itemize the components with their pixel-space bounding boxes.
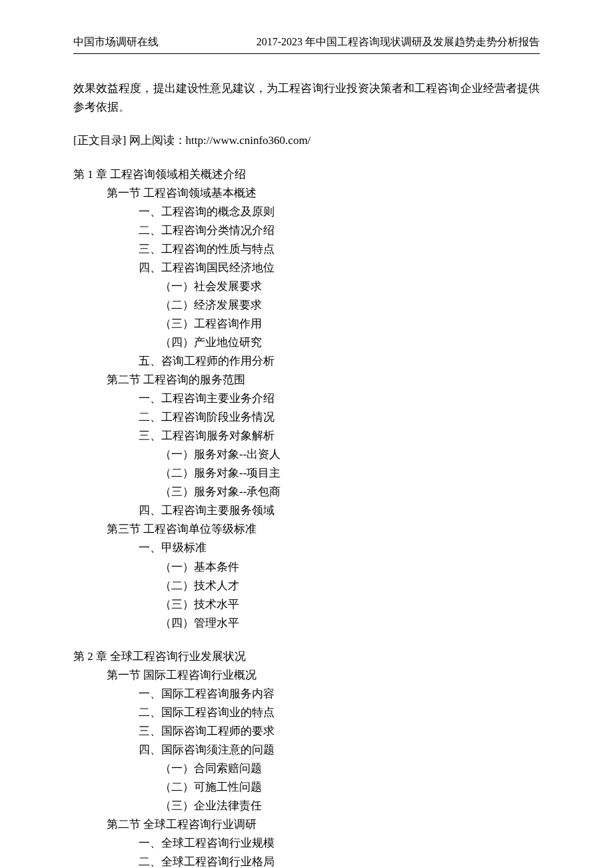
section-title: 第二节 全球工程咨询行业调研 — [107, 815, 540, 834]
toc-subitem: （一）合同索赔问题 — [160, 759, 540, 778]
toc-subitem: （一）服务对象--出资人 — [160, 445, 540, 464]
toc-subitem: （四）产业地位研究 — [160, 333, 540, 352]
toc-subitem: （二）服务对象--项目主 — [160, 464, 540, 483]
toc-subitem: （二）技术人才 — [160, 577, 540, 595]
toc-subitem: （三）企业法律责任 — [160, 797, 540, 815]
chapter-title: 第 1 章 工程咨询领域相关概述介绍 — [73, 165, 540, 184]
toc-item: 五、咨询工程师的作用分析 — [139, 352, 540, 371]
chapter-block: 第 2 章 全球工程咨询行业发展状况第一节 国际工程咨询行业概况一、国际工程咨询… — [73, 647, 540, 868]
toc-item: 一、甲级标准 — [139, 539, 540, 557]
header-left: 中国市场调研在线 — [73, 33, 159, 51]
toc-subitem: （三）服务对象--承包商 — [160, 483, 540, 501]
toc-subitem: （二）可施工性问题 — [160, 778, 540, 797]
section-title: 第一节 工程咨询领域基本概述 — [107, 184, 540, 203]
toc-note: [正文目录] 网上阅读：http://www.cninfo360.com/ — [73, 131, 540, 150]
toc-item: 四、国际咨询须注意的问题 — [139, 741, 540, 759]
section-title: 第三节 工程咨询单位等级标准 — [107, 520, 540, 539]
toc-item: 一、全球工程咨询行业规模 — [139, 834, 540, 853]
toc-item: 三、工程咨询服务对象解析 — [139, 427, 540, 445]
toc-item: 二、国际工程咨询业的特点 — [139, 703, 540, 722]
toc-item: 一、工程咨询主要业务介绍 — [139, 389, 540, 408]
section-title: 第一节 国际工程咨询行业概况 — [107, 666, 540, 685]
toc-subitem: （三）工程咨询作用 — [160, 315, 540, 333]
toc-item: 一、国际工程咨询服务内容 — [139, 685, 540, 703]
header-right: 2017-2023 年中国工程咨询现状调研及发展趋势走势分析报告 — [257, 33, 540, 51]
toc-item: 一、工程咨询的概念及原则 — [139, 203, 540, 221]
toc-item: 四、工程咨询国民经济地位 — [139, 259, 540, 277]
toc-item: 二、全球工程咨询行业格局 — [139, 853, 540, 868]
toc-subitem: （三）技术水平 — [160, 595, 540, 614]
intro-paragraph: 效果效益程度，提出建设性意见建议，为工程咨询行业投资决策者和工程咨询企业经营者提… — [73, 79, 540, 117]
chapter-title: 第 2 章 全球工程咨询行业发展状况 — [73, 647, 540, 666]
toc-subitem: （一）社会发展要求 — [160, 277, 540, 296]
section-title: 第二节 工程咨询的服务范围 — [107, 371, 540, 389]
toc-item: 二、工程咨询分类情况介绍 — [139, 221, 540, 240]
table-of-contents: 第 1 章 工程咨询领域相关概述介绍第一节 工程咨询领域基本概述一、工程咨询的概… — [73, 165, 540, 868]
toc-item: 四、工程咨询主要服务领域 — [139, 501, 540, 520]
document-page: 中国市场调研在线 2017-2023 年中国工程咨询现状调研及发展趋势走势分析报… — [0, 0, 613, 868]
toc-item: 二、工程咨询阶段业务情况 — [139, 408, 540, 427]
toc-subitem: （二）经济发展要求 — [160, 296, 540, 315]
page-header: 中国市场调研在线 2017-2023 年中国工程咨询现状调研及发展趋势走势分析报… — [73, 33, 540, 54]
toc-item: 三、国际咨询工程师的要求 — [139, 722, 540, 741]
toc-subitem: （四）管理水平 — [160, 614, 540, 633]
toc-item: 三、工程咨询的性质与特点 — [139, 240, 540, 259]
toc-subitem: （一）基本条件 — [160, 558, 540, 577]
chapter-block: 第 1 章 工程咨询领域相关概述介绍第一节 工程咨询领域基本概述一、工程咨询的概… — [73, 165, 540, 633]
